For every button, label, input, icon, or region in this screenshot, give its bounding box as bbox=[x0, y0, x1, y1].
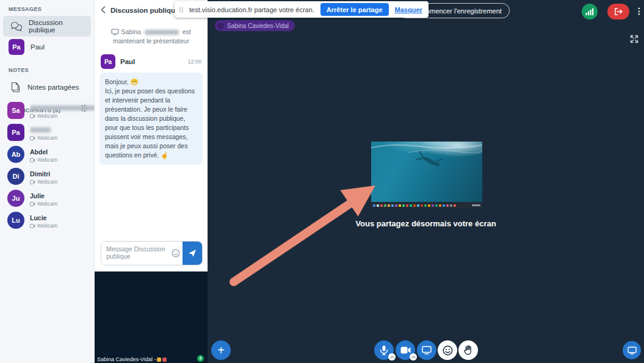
participant-status: Webcam bbox=[37, 135, 57, 141]
screen-share-icon bbox=[422, 346, 432, 354]
shared-screen-taskbar bbox=[371, 202, 482, 209]
webcam-icon bbox=[30, 136, 35, 140]
emoji-picker-icon[interactable] bbox=[169, 242, 183, 265]
swimmer-silhouette bbox=[371, 142, 482, 202]
reactions-button[interactable] bbox=[438, 340, 457, 360]
system-message-redacted bbox=[145, 30, 179, 35]
mute-button[interactable] bbox=[374, 340, 394, 360]
desktop-icon bbox=[111, 29, 119, 35]
smiley-icon bbox=[443, 345, 453, 356]
participant-name-redacted bbox=[30, 106, 95, 110]
share-notification-text: test.visio.education.fr partage votre éc… bbox=[189, 6, 314, 13]
avatar: Lu bbox=[7, 212, 24, 229]
sidebar-item-private-chat-paul[interactable]: Pa Paul bbox=[3, 37, 91, 57]
stop-sharing-button[interactable]: Arrêter le partage bbox=[320, 3, 389, 16]
video-camera-icon bbox=[400, 347, 411, 354]
notes-section-label: NOTES bbox=[0, 57, 94, 77]
send-message-button[interactable] bbox=[183, 242, 202, 265]
participant-status: Webcam bbox=[37, 201, 57, 207]
shared-screen-wallpaper bbox=[371, 142, 482, 202]
participant-name-redacted bbox=[30, 128, 51, 132]
system-message-prefix: Sabina bbox=[121, 28, 141, 35]
webcam-options-chevron[interactable] bbox=[410, 353, 417, 361]
message-author: Paul bbox=[120, 58, 187, 65]
leave-icon bbox=[614, 8, 623, 15]
leave-meeting-button[interactable] bbox=[607, 4, 629, 20]
chat-back-button[interactable] bbox=[101, 6, 106, 14]
chat-message-bubble: Bonjour, 😁 Ici, je peux poser des questi… bbox=[99, 73, 203, 165]
webcam-mic-on-icon bbox=[197, 355, 204, 362]
raised-hand-icon bbox=[464, 345, 472, 355]
screen-share-button[interactable] bbox=[417, 340, 436, 360]
presentation-area: érique Commencer l'enregistrement ⋮ bbox=[208, 0, 644, 363]
participant-status: Webcam bbox=[37, 179, 57, 185]
participant-status: Webcam bbox=[37, 223, 57, 229]
pointer-arrow bbox=[223, 177, 382, 293]
browser-share-notification: test.visio.education.fr partage votre éc… bbox=[175, 1, 429, 18]
chat-bubbles-icon bbox=[10, 21, 23, 32]
participant-name: Abdel bbox=[30, 148, 48, 156]
mic-options-chevron[interactable] bbox=[388, 353, 396, 361]
private-chat-label: Paul bbox=[31, 43, 45, 51]
actions-plus-button[interactable]: + bbox=[211, 340, 231, 360]
chat-message-input[interactable] bbox=[101, 242, 169, 265]
options-menu-button[interactable]: ⋮ bbox=[635, 3, 643, 19]
public-chat-label: Discussion publique bbox=[29, 19, 91, 34]
participant-row-paul[interactable]: Pa Webcam bbox=[0, 121, 95, 143]
chat-input-container bbox=[101, 241, 203, 265]
connection-status-button[interactable] bbox=[582, 4, 598, 20]
restore-presentation-button[interactable] bbox=[623, 341, 641, 359]
participant-row-lucie[interactable]: Lu Lucie Webcam bbox=[0, 209, 95, 231]
participant-name: Julie bbox=[30, 192, 45, 199]
participant-row-julie[interactable]: Ju Julie Webcam bbox=[0, 187, 95, 209]
taskbar-clock bbox=[472, 204, 480, 206]
chat-panel-title: Discussion publique bbox=[110, 7, 179, 14]
avatar: Pa bbox=[101, 54, 115, 69]
send-icon bbox=[188, 249, 197, 257]
hide-notification-link[interactable]: Masquer bbox=[395, 6, 422, 13]
webcam-tile[interactable]: Sabina Caviedes-Vidal - bbox=[95, 271, 208, 363]
meeting-app: érique Commencer l'enregistrement ⋮ bbox=[0, 0, 644, 363]
webcam-icon bbox=[30, 114, 35, 118]
avatar: Ju bbox=[7, 190, 24, 207]
webcam-icon bbox=[30, 180, 35, 184]
fullscreen-button[interactable] bbox=[629, 34, 639, 44]
microphone-icon bbox=[380, 345, 388, 355]
system-message: Sabina est maintenant le présentateur bbox=[102, 27, 200, 46]
webcam-icon bbox=[30, 158, 35, 162]
notes-icon bbox=[10, 82, 21, 93]
raise-hand-button[interactable] bbox=[458, 340, 478, 360]
participant-name: Lucie bbox=[30, 214, 46, 221]
monitor-icon bbox=[628, 347, 637, 354]
avatar: Di bbox=[7, 168, 24, 185]
name-emoji bbox=[157, 358, 161, 362]
participant-name: Dimitri bbox=[30, 170, 50, 178]
participant-row-dimitri[interactable]: Di Dimitri Webcam bbox=[0, 165, 95, 187]
navigation-sidebar: MESSAGES Discussion publique Pa Paul NOT… bbox=[0, 0, 95, 363]
talker-indicator[interactable]: Sabina Caviedes-Vidal bbox=[215, 20, 295, 31]
name-emoji bbox=[162, 358, 167, 362]
sidebar-item-shared-notes[interactable]: Notes partagées bbox=[3, 77, 91, 98]
message-timestamp: 12:00 bbox=[187, 59, 201, 65]
drag-grip-icon[interactable] bbox=[179, 7, 183, 13]
screen-share-preview bbox=[371, 142, 482, 209]
messages-section-label: MESSAGES bbox=[0, 0, 94, 16]
avatar: Sa bbox=[7, 102, 24, 119]
shared-notes-label: Notes partagées bbox=[27, 84, 79, 91]
avatar: Ab bbox=[7, 146, 24, 163]
muted-mic-icon bbox=[217, 23, 224, 29]
avatar: Pa bbox=[9, 39, 24, 55]
participant-status: Webcam bbox=[37, 113, 57, 119]
webcam-icon bbox=[30, 224, 35, 228]
webcam-name-text: Sabina Caviedes-Vidal - bbox=[97, 356, 156, 362]
webcam-button[interactable] bbox=[396, 340, 415, 360]
participant-row-abdel[interactable]: Ab Abdel Webcam bbox=[0, 143, 95, 165]
sidebar-item-public-chat[interactable]: Discussion publique bbox=[3, 16, 91, 37]
expand-icon bbox=[629, 34, 639, 44]
avatar: Pa bbox=[7, 124, 24, 141]
public-chat-panel: Discussion publique Sabina est maintenan… bbox=[95, 0, 208, 271]
webcam-name-label: Sabina Caviedes-Vidal - bbox=[97, 356, 167, 362]
signal-bars-icon bbox=[585, 8, 594, 15]
participant-status: Webcam bbox=[37, 157, 57, 163]
participant-row-sabina[interactable]: Sa Webcam bbox=[0, 99, 95, 121]
